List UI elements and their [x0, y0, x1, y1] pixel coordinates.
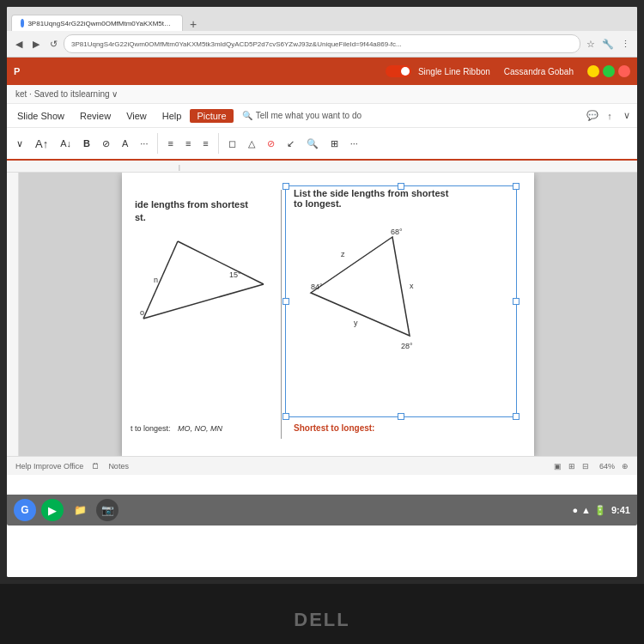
refresh-button[interactable]: ↺	[46, 37, 60, 51]
browser-tabs: 3P81UqngS4rG22iQwm0OMfMtm0YaKXM5tk3mldQy…	[7, 7, 637, 31]
ribbon-more2[interactable]: ···	[346, 136, 362, 151]
handle-br[interactable]	[513, 413, 519, 420]
menu-picture[interactable]: Picture	[190, 109, 233, 123]
tell-me-text: Tell me what you want to do	[256, 111, 361, 120]
url-bar[interactable]: 3P81UqngS4rG22iQwm0OMfMtm0YaKXM5tk3mldQy…	[64, 34, 580, 53]
ribbon-font-color[interactable]: A	[118, 136, 132, 151]
extension-button[interactable]: 🔧	[601, 37, 615, 51]
comment-icon[interactable]: 💬	[586, 109, 599, 123]
view-grid-icon[interactable]: ⊞	[568, 462, 575, 471]
inner-screen: 3P81UqngS4rG22iQwm0OMfMtm0YaKXM5tk3mldQy…	[7, 7, 637, 577]
zoom-level: 64%	[599, 462, 615, 471]
menu-bar: Slide Show Review View Help Picture 🔍 Te…	[7, 104, 637, 128]
svg-line-4	[178, 241, 264, 284]
window-maximize[interactable]	[603, 65, 615, 77]
laptop-bottom: DELL	[0, 584, 644, 644]
left-answer-value: MO, NO, MN	[178, 424, 222, 433]
tab-text: 3P81UqngS4rG22iQwm0OMfMtm0YaKXM5tk3mldQy…	[27, 20, 173, 27]
ribbon-list2[interactable]: ≡	[181, 136, 195, 151]
svg-text:28°: 28°	[401, 342, 413, 350]
ribbon: ∨ A↑ A↓ B ⊘ A ··· ≡ ≡ ≡ ◻ △ ⊘ ↙ 🔍 ⊞ ···	[7, 128, 637, 161]
right-answer-label: Shortest to longest:	[294, 423, 374, 433]
sep1	[157, 133, 158, 154]
back-button[interactable]: ◀	[12, 37, 26, 51]
single-line-ribbon-toggle[interactable]	[386, 65, 411, 77]
dell-logo: DELL	[294, 609, 349, 631]
taskbar-camera[interactable]: 📷	[96, 499, 118, 521]
share-icon[interactable]: ↑	[603, 109, 617, 123]
left-answer: t to longest: MO, NO, MN	[131, 419, 222, 434]
clock-time: 9:41	[611, 505, 630, 515]
ribbon-color-fill[interactable]: ⊘	[263, 136, 279, 152]
svg-line-3	[143, 241, 178, 319]
handle-bl[interactable]	[283, 413, 289, 420]
file-saved-bar: ket · Saved to itslearning ∨	[7, 85, 637, 104]
ribbon-undo[interactable]: ∨	[12, 136, 27, 152]
svg-text:n: n	[154, 276, 158, 284]
svg-text:x: x	[410, 282, 414, 290]
view-normal-icon[interactable]: ▣	[554, 462, 562, 471]
slide-wrapper: |	[7, 161, 637, 456]
app-logo: P	[14, 66, 20, 76]
forward-button[interactable]: ▶	[29, 37, 43, 51]
ribbon-search[interactable]: 🔍	[302, 136, 323, 152]
handle-tr[interactable]	[513, 183, 519, 190]
browser-menu-button[interactable]: ⋮	[618, 37, 632, 51]
handle-bottom[interactable]	[398, 413, 404, 420]
view-fit-icon[interactable]: ⊟	[582, 462, 589, 471]
svg-text:68°: 68°	[391, 228, 403, 236]
tab-favicon	[21, 19, 24, 27]
office-titlebar: P Single Line Ribbon Cassandra Gobah	[7, 58, 637, 85]
help-improve-text: Help Improve Office	[15, 462, 83, 471]
ribbon-crop[interactable]: ↙	[283, 136, 299, 152]
notes-button[interactable]: Notes	[108, 462, 129, 471]
ribbon-shape2[interactable]: △	[244, 136, 259, 152]
menu-view[interactable]: View	[119, 109, 154, 123]
ribbon-clear-format[interactable]: ⊘	[98, 136, 114, 152]
ribbon-bold[interactable]: B	[79, 136, 94, 151]
wifi-icon: ▲	[581, 505, 591, 515]
right-title-line1: List the side lengths from shortest	[294, 188, 448, 198]
ribbon-more1[interactable]: ···	[136, 136, 152, 151]
handle-left[interactable]	[283, 298, 289, 305]
more-icon[interactable]: ∨	[620, 109, 634, 123]
handle-right[interactable]	[513, 298, 519, 305]
ribbon-table[interactable]: ⊞	[326, 136, 343, 152]
window-close[interactable]	[618, 65, 630, 77]
search-icon: 🔍	[242, 111, 252, 120]
title-left: P	[14, 66, 20, 76]
slide-canvas: ide lengths from shortest st. List the s…	[122, 173, 534, 456]
right-title-container: List the side lengths from shortest to l…	[294, 188, 448, 209]
ribbon-font-larger[interactable]: A↑	[31, 135, 52, 153]
ribbon-list1[interactable]: ≡	[163, 136, 177, 151]
ribbon-font-smaller[interactable]: A↓	[56, 136, 76, 151]
right-answer: Shortest to longest:	[294, 419, 374, 434]
taskbar-files[interactable]: 📁	[69, 499, 91, 521]
menu-review[interactable]: Review	[73, 109, 118, 123]
menu-slideshow[interactable]: Slide Show	[10, 109, 71, 123]
svg-text:z: z	[341, 250, 345, 258]
handle-tl[interactable]	[283, 183, 289, 190]
new-tab-button[interactable]: +	[186, 17, 200, 31]
tell-me-box[interactable]: 🔍 Tell me what you want to do	[242, 111, 361, 120]
window-minimize[interactable]	[587, 65, 599, 77]
slide-main: ide lengths from shortest st. List the s…	[7, 173, 637, 456]
browser-chrome: 3P81UqngS4rG22iQwm0OMfMtm0YaKXM5tk3mldQy…	[7, 7, 637, 58]
star-button[interactable]: ☆	[584, 37, 598, 51]
browser-toolbar: ◀ ▶ ↺ 3P81UqngS4rG22iQwm0OMfMtm0YaKXM5tk…	[7, 31, 637, 57]
menu-help[interactable]: Help	[155, 109, 189, 123]
left-title-line1: ide lengths from shortest	[135, 198, 248, 211]
ribbon-shape1[interactable]: ◻	[224, 136, 240, 152]
taskbar-chrome[interactable]: G	[14, 499, 36, 521]
ruler-horizontal: |	[7, 161, 637, 173]
notes-icon: 🗒	[92, 462, 100, 471]
ribbon-list3[interactable]: ≡	[198, 136, 212, 151]
ribbon-toggle-label: Single Line Ribbon	[418, 67, 490, 76]
saved-text: ket · Saved to itslearning ∨	[15, 89, 118, 99]
taskbar-play[interactable]: ▶	[41, 499, 64, 521]
left-answer-label: t to longest:	[131, 424, 171, 433]
zoom-slider[interactable]: ⊕	[622, 462, 629, 471]
taskbar-time-area: ● ▲ 🔋 9:41	[572, 505, 630, 516]
screen-area: 3P81UqngS4rG22iQwm0OMfMtm0YaKXM5tk3mldQy…	[0, 0, 644, 584]
browser-tab[interactable]: 3P81UqngS4rG22iQwm0OMfMtm0YaKXM5tk3mldQy…	[11, 15, 183, 31]
